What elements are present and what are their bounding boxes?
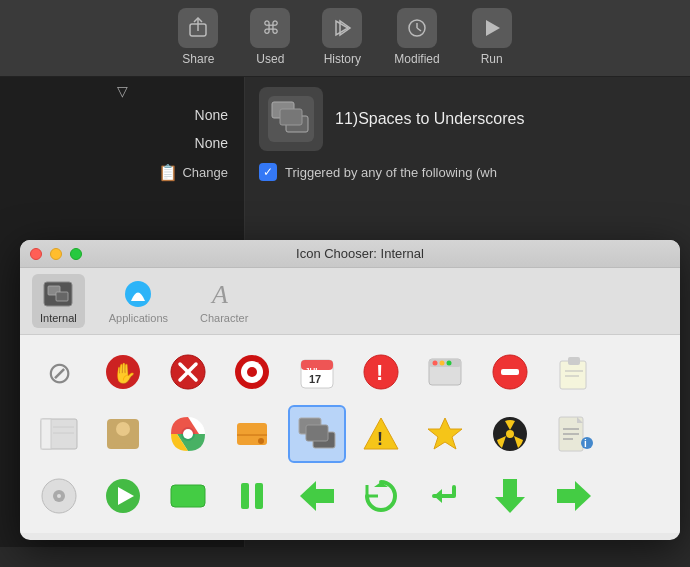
- icon-stop-hand[interactable]: ✋: [94, 343, 152, 401]
- icon-app-window[interactable]: [30, 405, 88, 463]
- svg-point-26: [247, 367, 257, 377]
- icon-x-circle[interactable]: [159, 343, 217, 401]
- icon-warning-exclaim[interactable]: !: [352, 343, 410, 401]
- svg-point-52: [183, 429, 193, 439]
- tab-applications[interactable]: Applications: [101, 274, 176, 328]
- icon-pause[interactable]: [223, 467, 281, 525]
- svg-point-17: [135, 286, 141, 292]
- svg-point-35: [433, 361, 438, 366]
- internal-tab-icon: [42, 278, 74, 310]
- icon-clipboard[interactable]: [545, 343, 603, 401]
- svg-text:A: A: [210, 280, 228, 309]
- character-tab-icon: A: [208, 278, 240, 310]
- modal-titlebar: Icon Chooser: Internal: [20, 240, 680, 268]
- icon-green-rect[interactable]: [159, 467, 217, 525]
- svg-point-63: [506, 430, 514, 438]
- svg-point-37: [447, 361, 452, 366]
- svg-rect-76: [171, 485, 205, 507]
- icon-empty3: [610, 467, 668, 525]
- tab-internal-label: Internal: [40, 312, 77, 324]
- icon-arrow-right[interactable]: [545, 467, 603, 525]
- tab-character[interactable]: A Character: [192, 274, 256, 328]
- svg-rect-78: [255, 483, 263, 509]
- icon-disc[interactable]: [30, 467, 88, 525]
- svg-rect-39: [501, 369, 519, 375]
- used-label: Used: [256, 52, 284, 66]
- share-label: Share: [182, 52, 214, 66]
- icon-radiation[interactable]: [481, 405, 539, 463]
- sidebar-none2[interactable]: None: [0, 129, 244, 157]
- sidebar-none1[interactable]: None: [0, 101, 244, 129]
- svg-rect-77: [241, 483, 249, 509]
- icon-arrow-refresh[interactable]: [352, 467, 410, 525]
- svg-marker-82: [434, 489, 442, 503]
- triggered-checkbox[interactable]: ✓: [259, 163, 277, 181]
- tab-character-label: Character: [200, 312, 248, 324]
- icon-chooser-modal: Icon Chooser: Internal Internal A: [20, 240, 680, 540]
- modal-title: Icon Chooser: Internal: [50, 246, 670, 261]
- svg-point-49: [116, 422, 130, 436]
- triggered-row: ✓ Triggered by any of the following (wh: [259, 163, 676, 181]
- svg-text:i: i: [584, 438, 587, 449]
- svg-marker-83: [495, 497, 525, 513]
- modified-icon: [397, 8, 437, 48]
- modified-button[interactable]: Modified: [394, 8, 439, 66]
- share-button[interactable]: Share: [178, 8, 218, 66]
- svg-rect-41: [568, 357, 580, 365]
- svg-rect-40: [560, 361, 586, 389]
- tab-internal[interactable]: Internal: [32, 274, 85, 328]
- history-icon: [322, 8, 362, 48]
- svg-point-69: [581, 437, 593, 449]
- icon-contacts[interactable]: [94, 405, 152, 463]
- svg-rect-58: [306, 425, 328, 441]
- svg-marker-85: [575, 481, 591, 511]
- history-button[interactable]: History: [322, 8, 362, 66]
- icon-arrow-left[interactable]: [288, 467, 346, 525]
- run-button[interactable]: Run: [472, 8, 512, 66]
- content-title-row: 11)Spaces to Underscores: [259, 87, 676, 151]
- icon-no-entry[interactable]: [481, 343, 539, 401]
- change-icon: 📋: [158, 163, 178, 182]
- svg-point-73: [57, 494, 61, 498]
- svg-marker-79: [300, 481, 316, 511]
- icon-grid: ⊘ ✋ 17JUL !: [20, 335, 680, 533]
- used-icon: ⌘: [250, 8, 290, 48]
- svg-rect-12: [280, 109, 302, 125]
- svg-text:!: !: [376, 360, 383, 385]
- svg-text:✋: ✋: [112, 361, 137, 385]
- close-button[interactable]: [30, 248, 42, 260]
- svg-line-7: [417, 28, 421, 31]
- icon-fileinfo[interactable]: i: [545, 405, 603, 463]
- icon-arrow-down[interactable]: [481, 467, 539, 525]
- svg-rect-45: [41, 419, 51, 449]
- sidebar-arrow: ▽: [0, 77, 244, 101]
- icon-empty1: [610, 343, 668, 401]
- svg-rect-84: [503, 479, 517, 497]
- icon-play-green[interactable]: [94, 467, 152, 525]
- icon-arrow-back[interactable]: [416, 467, 474, 525]
- icon-warning-triangle[interactable]: !: [352, 405, 410, 463]
- svg-point-36: [440, 361, 445, 366]
- icon-target[interactable]: [223, 343, 281, 401]
- macro-icon-preview: [259, 87, 323, 151]
- toolbar: Share ⌘ Used History Modified: [0, 0, 690, 77]
- svg-rect-15: [56, 292, 68, 301]
- icon-calendar[interactable]: 17JUL: [288, 343, 346, 401]
- icon-screens-selected[interactable]: [288, 405, 346, 463]
- icon-window[interactable]: [416, 343, 474, 401]
- svg-text:!: !: [377, 429, 383, 449]
- svg-rect-86: [557, 489, 575, 503]
- tab-applications-label: Applications: [109, 312, 168, 324]
- icon-hdd[interactable]: [223, 405, 281, 463]
- icon-star[interactable]: [416, 405, 474, 463]
- modified-label: Modified: [394, 52, 439, 66]
- used-button[interactable]: ⌘ Used: [250, 8, 290, 66]
- run-icon: [472, 8, 512, 48]
- icon-chrome[interactable]: [159, 405, 217, 463]
- svg-rect-80: [316, 489, 334, 503]
- icon-no-sign[interactable]: ⊘: [30, 343, 88, 401]
- sidebar-change[interactable]: 📋 Change: [0, 157, 244, 188]
- macro-title: 11)Spaces to Underscores: [335, 110, 524, 128]
- icon-empty2: [610, 405, 668, 463]
- svg-text:JUL: JUL: [305, 366, 320, 375]
